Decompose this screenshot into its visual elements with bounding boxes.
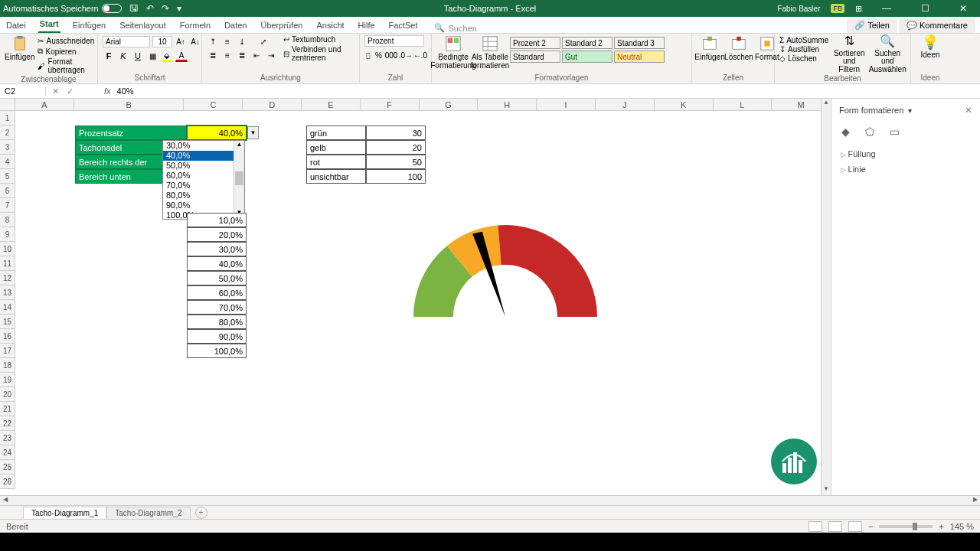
save-icon[interactable]: 🖫: [129, 3, 139, 14]
fill-button[interactable]: ↧Ausfüllen: [779, 45, 828, 54]
tab-ueberpruefen[interactable]: Überprüfen: [259, 18, 304, 33]
tab-seitenlayout[interactable]: Seitenlayout: [118, 18, 168, 33]
fill-color-icon[interactable]: ⬙: [161, 50, 173, 62]
grow-font-icon[interactable]: A↑: [175, 35, 187, 47]
cut-button[interactable]: ✂Ausschneiden: [38, 37, 94, 45]
sheet-tab-2[interactable]: Tacho-Diagramm_2: [106, 507, 190, 519]
dec-decimal-icon[interactable]: ←.0: [414, 49, 426, 61]
horizontal-scrollbar[interactable]: ◀▶: [0, 495, 980, 505]
cell-F3[interactable]: 20: [366, 140, 426, 155]
cell-C16[interactable]: 90,0%: [187, 329, 247, 344]
cell-F5[interactable]: 100: [366, 169, 426, 184]
cell-C14[interactable]: 70,0%: [187, 300, 247, 315]
tab-start[interactable]: Start: [38, 16, 60, 33]
new-sheet-button[interactable]: +: [195, 507, 207, 519]
bold-icon[interactable]: F: [103, 50, 115, 62]
align-bottom-icon[interactable]: ⤓: [236, 35, 248, 47]
font-color-icon[interactable]: A: [175, 50, 188, 62]
pane-close-icon[interactable]: ✕: [965, 105, 972, 116]
style-standard2[interactable]: Standard 2: [562, 37, 612, 49]
dropdown-option[interactable]: 70,0%: [163, 181, 244, 191]
delete-cells-button[interactable]: Löschen: [726, 35, 752, 62]
dropdown-option[interactable]: 50,0%: [163, 161, 244, 171]
tab-factset[interactable]: FactSet: [387, 18, 420, 33]
font-size-combo[interactable]: 10: [152, 36, 172, 47]
align-right-icon[interactable]: ≣: [236, 49, 248, 61]
cell-C12[interactable]: 50,0%: [187, 271, 247, 285]
style-neutral[interactable]: Neutral: [614, 51, 665, 63]
merge-center-button[interactable]: ⊟Verbinden und zentrieren: [283, 45, 354, 62]
cell-C17[interactable]: 100,0%: [187, 344, 247, 358]
cell-F4[interactable]: 50: [366, 155, 426, 169]
normal-view-icon[interactable]: [808, 521, 822, 532]
cell-B2[interactable]: Prozentsatz: [75, 126, 187, 140]
dropdown-list[interactable]: 30,0%40,0%50,0%60,0%70,0%80,0%90,0%100,0…: [162, 140, 245, 220]
paste-button[interactable]: Einfügen: [5, 35, 34, 62]
pane-line-section[interactable]: Linie: [831, 161, 980, 177]
cell-C9[interactable]: 20,0%: [187, 227, 247, 242]
format-as-table-button[interactable]: Als Tabelle formatieren: [473, 35, 507, 70]
style-standard[interactable]: Standard: [510, 51, 560, 63]
formula-input[interactable]: [114, 86, 980, 96]
qat-customize-icon[interactable]: ▾: [177, 3, 181, 14]
align-center-icon[interactable]: ≡: [221, 49, 234, 61]
comments-button[interactable]: 💬 Kommentare: [899, 18, 975, 33]
cell-C2[interactable]: 40,0%: [187, 126, 247, 140]
pane-fill-section[interactable]: Füllung: [831, 146, 980, 161]
zoom-level[interactable]: 145 %: [950, 522, 974, 531]
minimize-button[interactable]: —: [873, 0, 900, 17]
style-gut[interactable]: Gut: [562, 51, 612, 63]
insert-cells-button[interactable]: Einfügen: [697, 35, 723, 62]
cell-C8[interactable]: 10,0%: [187, 213, 247, 227]
autosum-button[interactable]: ΣAutoSumme: [779, 36, 828, 44]
maximize-button[interactable]: ☐: [911, 0, 939, 17]
size-tab-icon[interactable]: ▭: [887, 123, 902, 140]
dropdown-button[interactable]: ▼: [247, 126, 259, 139]
close-button[interactable]: ✕: [949, 0, 977, 17]
cell-C11[interactable]: 40,0%: [187, 256, 247, 271]
toggle-switch[interactable]: [102, 4, 122, 13]
column-headers[interactable]: ABCDEFGHIJKLM: [15, 99, 831, 111]
cancel-formula-icon[interactable]: ✕: [52, 86, 59, 96]
indent-dec-icon[interactable]: ⇤: [250, 49, 263, 61]
zoom-slider[interactable]: [879, 525, 933, 528]
clear-button[interactable]: ◇Löschen: [779, 54, 828, 63]
italic-icon[interactable]: K: [117, 50, 129, 62]
conditional-formatting-button[interactable]: Bedingte Formatierung: [436, 35, 470, 70]
user-badge[interactable]: FB: [831, 4, 844, 13]
tab-datei[interactable]: Datei: [5, 18, 28, 33]
copy-button[interactable]: ⧉Kopieren: [38, 47, 94, 56]
dropdown-option[interactable]: 40,0%: [163, 151, 244, 161]
cell-C15[interactable]: 80,0%: [187, 315, 247, 329]
shrink-font-icon[interactable]: A↓: [189, 35, 201, 47]
align-left-icon[interactable]: ≣: [207, 49, 219, 61]
inc-decimal-icon[interactable]: .0→: [400, 49, 412, 61]
name-box[interactable]: C2: [0, 86, 46, 96]
fill-line-tab-icon[interactable]: ◆: [839, 123, 852, 140]
undo-icon[interactable]: ↶: [146, 3, 154, 14]
accept-formula-icon[interactable]: ✓: [67, 86, 74, 96]
ribbon-options-icon[interactable]: ⊞: [855, 4, 862, 14]
row-headers[interactable]: 1234567891011121314151617181920212223242…: [0, 111, 15, 489]
tell-me-search[interactable]: 🔍Suchen: [434, 23, 476, 33]
autosave-toggle[interactable]: Automatisches Speichern: [3, 4, 122, 13]
worksheet[interactable]: ABCDEFGHIJKLM 12345678910111213141516171…: [0, 99, 831, 495]
redo-icon[interactable]: ↷: [162, 3, 169, 14]
cell-E5[interactable]: unsichtbar: [306, 169, 366, 184]
wrap-text-button[interactable]: ↩Textumbruch: [283, 35, 354, 44]
align-middle-icon[interactable]: ≡: [221, 35, 234, 47]
style-prozent2[interactable]: Prozent 2: [510, 37, 560, 49]
tab-daten[interactable]: Daten: [223, 18, 248, 33]
dropdown-option[interactable]: 30,0%: [163, 141, 244, 151]
cell-E4[interactable]: rot: [306, 155, 366, 169]
dropdown-option[interactable]: 60,0%: [163, 171, 244, 181]
page-layout-view-icon[interactable]: [828, 521, 842, 532]
percent-icon[interactable]: %: [374, 49, 383, 61]
border-icon[interactable]: ▦: [146, 50, 158, 62]
orientation-icon[interactable]: ⤢: [257, 35, 270, 47]
find-select-button[interactable]: 🔍Suchen und Auswählen: [870, 35, 905, 73]
cell-E3[interactable]: gelb: [306, 140, 366, 155]
effects-tab-icon[interactable]: ⬠: [863, 123, 877, 140]
number-format-combo[interactable]: Prozent: [364, 35, 424, 47]
ideas-button[interactable]: 💡Ideen: [916, 35, 945, 59]
